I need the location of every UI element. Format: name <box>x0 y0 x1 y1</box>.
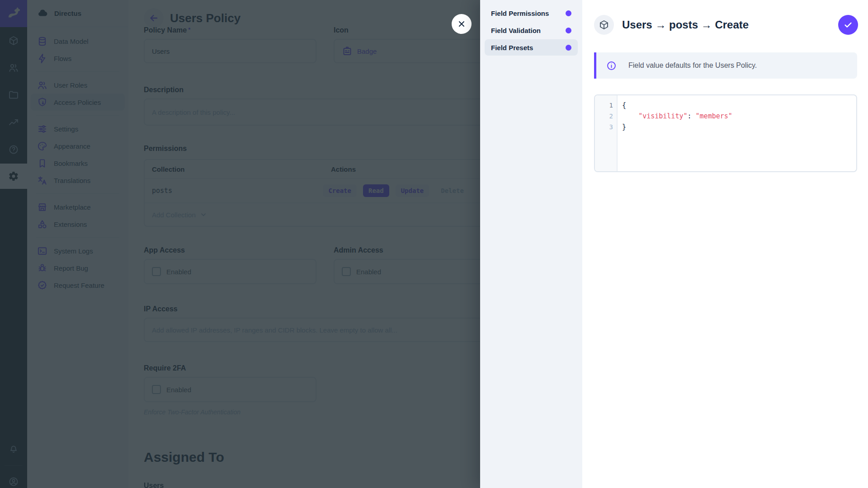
drawer-menu-field-presets[interactable]: Field Presets <box>485 39 578 56</box>
drawer-header: Users → posts → Create <box>594 15 858 35</box>
confirm-button[interactable] <box>838 15 858 35</box>
status-dot <box>566 10 571 16</box>
line-number: 2 <box>609 113 613 120</box>
close-icon <box>457 19 466 28</box>
line-number: 3 <box>609 123 613 131</box>
field-presets-drawer: Field Permissions Field Validation Field… <box>480 0 868 488</box>
drawer-menu-field-validation[interactable]: Field Validation <box>485 22 578 38</box>
drawer-menu-field-permissions[interactable]: Field Permissions <box>485 5 578 21</box>
info-notice: Field value defaults for the Users Polic… <box>594 52 857 79</box>
editor-gutter: 123 <box>595 95 618 171</box>
drawer-menu: Field Permissions Field Validation Field… <box>480 0 582 488</box>
drawer-close-button[interactable] <box>452 14 472 34</box>
json-key: "visibility" <box>638 112 687 120</box>
line-number: 1 <box>609 102 613 109</box>
drawer-menu-label: Field Presets <box>491 44 533 52</box>
drawer-header-icon-circle <box>594 15 614 35</box>
drawer-title: Users → posts → Create <box>622 19 749 31</box>
drawer-menu-label: Field Validation <box>491 27 541 34</box>
notice-text: Field value defaults for the Users Polic… <box>628 61 757 70</box>
editor-code: { "visibility": "members"} <box>618 95 732 171</box>
status-dot <box>566 28 571 33</box>
check-icon <box>843 20 853 30</box>
cube-icon <box>599 19 609 30</box>
drawer-content: Users → posts → Create Field value defau… <box>582 0 868 488</box>
status-dot <box>566 45 571 51</box>
info-icon <box>606 61 617 71</box>
json-value: "members" <box>696 112 732 120</box>
presets-code-editor[interactable]: 123 { "visibility": "members"} <box>594 94 857 172</box>
drawer-menu-label: Field Permissions <box>491 9 549 17</box>
